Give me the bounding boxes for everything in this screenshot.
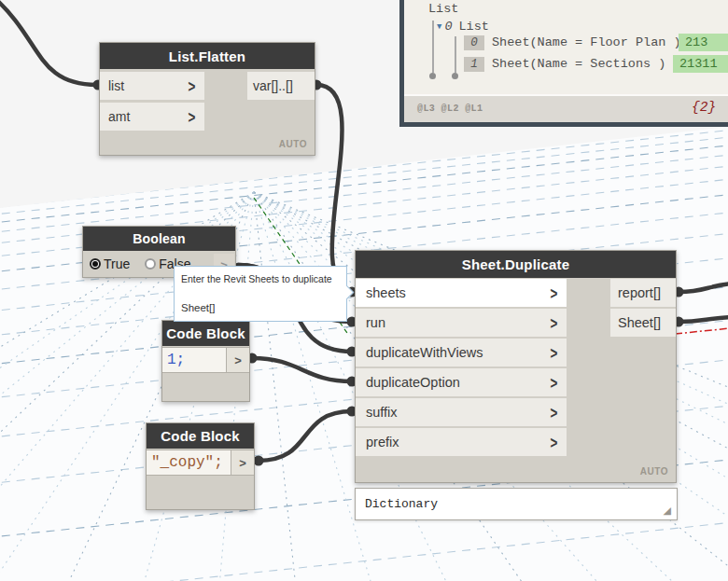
port-chevron-icon: > [551,432,558,451]
list-preview-bubble[interactable]: List ▼ 0 List 0 Sheet(Name = Floor Plan … [399,0,728,127]
node-code-block-1[interactable]: Code Block 1; > [161,320,250,402]
radio-selected-icon[interactable] [90,258,101,270]
item-text: Sheet(Name = Sections ) [492,57,665,71]
item-text: Sheet(Name = Floor Plan ) [492,35,681,49]
item-index-badge: 1 [464,57,484,72]
node-title[interactable]: Code Block [162,321,249,346]
item-value-badge: 213 [679,34,728,51]
port-chevron-icon: > [234,353,242,367]
radio-unselected-icon[interactable] [145,258,156,270]
lacing-label[interactable]: AUTO [279,139,307,149]
output-port-report[interactable]: report[] [610,279,676,307]
item-index-badge: 0 [464,35,484,50]
port-chevron-icon: > [551,402,558,422]
output-port-var[interactable]: var[]..[] [247,72,315,100]
wire-into-list-input[interactable] [0,0,97,85]
list-count-badge: {2} [692,100,716,115]
input-port-sheets[interactable]: sheets > [356,279,567,307]
lacing-label[interactable]: AUTO [640,466,668,477]
code-output-port[interactable]: > [231,450,254,476]
port-chevron-icon: > [189,106,196,126]
wire-codeblock1-to-duplicateoption[interactable] [252,358,352,381]
tooltip-arrow [340,285,355,300]
tooltip-type: Sheet[] [181,302,215,313]
port-chevron-icon: > [551,283,558,302]
list-item-row[interactable]: 1 Sheet(Name = Sections ) 21311 [464,55,665,73]
code-editor[interactable]: "_copy"; [147,450,231,476]
item-value-badge: 21311 [673,55,728,73]
level-guide-line [432,21,434,73]
group-label: List [459,20,489,34]
node-list-flatten[interactable]: List.Flatten list > amt > var[]..[] AUTO [99,42,315,156]
input-port-list[interactable]: list > [100,72,204,100]
port-chevron-icon: > [551,372,558,392]
node-title[interactable]: Code Block [147,423,254,449]
group-index: 0 [444,20,452,34]
level-guide-line [455,36,456,73]
output-port-sheet[interactable]: Sheet[] [610,309,676,337]
code-editor[interactable]: 1; [162,347,227,373]
expand-caret-icon[interactable]: ▼ [437,22,441,32]
output-preview-bubble[interactable]: Dictionary ◢ [355,488,678,520]
node-code-block-2[interactable]: Code Block "_copy"; > [146,422,255,510]
input-port-run[interactable]: run > [356,309,567,337]
wire-sheet-out[interactable] [679,317,728,322]
wire-flatten-to-sheets[interactable] [316,85,352,292]
port-tooltip: Enter the Revit Sheets to duplicate Shee… [174,266,347,322]
port-chevron-icon: > [551,312,558,332]
level-guide-dot [429,73,436,79]
code-output-port[interactable]: > [227,347,249,373]
input-port-suffix[interactable]: suffix > [356,398,567,426]
input-port-duplicatewithviews[interactable]: duplicateWithViews > [356,339,567,367]
node-sheet-duplicate[interactable]: Sheet.Duplicate sheets > run > duplicate… [355,250,677,483]
preview-footer: @L3 @L2 @L1 {2} [404,94,728,122]
port-chevron-icon: > [189,76,196,95]
input-port-duplicateoption[interactable]: duplicateOption > [356,368,567,396]
wire-codeblock2-to-suffix[interactable] [259,411,352,461]
port-chevron-icon: > [551,342,558,362]
node-title[interactable]: Sheet.Duplicate [356,251,676,278]
radio-option-true[interactable]: True [90,256,130,271]
wire-report-out[interactable] [679,284,728,292]
list-item-row[interactable]: 0 Sheet(Name = Floor Plan ) 213 [464,34,681,51]
node-title[interactable]: Boolean [83,227,235,251]
lacing-levels[interactable]: @L3 @L2 @L1 [417,104,483,114]
grid-axis-red [675,328,728,334]
preview-text: Dictionary [365,497,438,511]
input-port-amt[interactable]: amt > [100,103,204,131]
input-port-prefix[interactable]: prefix > [356,428,567,456]
preview-root-label: List [428,2,458,16]
level-guide-dot [452,73,458,79]
node-title[interactable]: List.Flatten [100,43,315,69]
dynamo-workspace[interactable]: List.Flatten list > amt > var[]..[] AUTO… [0,0,728,581]
port-chevron-icon: > [239,456,246,470]
tooltip-description: Enter the Revit Sheets to duplicate [181,273,332,284]
resize-corner-icon[interactable]: ◢ [664,505,671,517]
